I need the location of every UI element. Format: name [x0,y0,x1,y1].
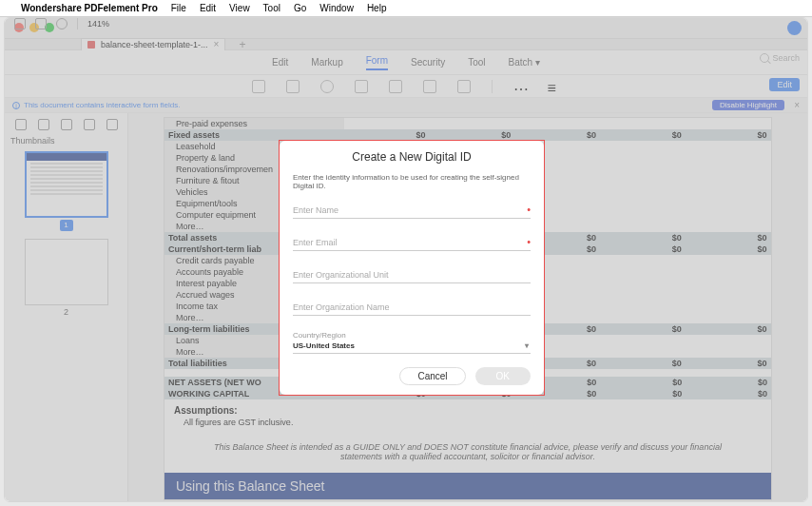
ok-button[interactable]: OK [475,367,531,385]
create-digital-id-dialog: Create a New Digital ID Enter the identi… [280,141,544,395]
modal-title: Create a New Digital ID [293,150,531,164]
app-name-title[interactable]: Wondershare PDFelement Pro [21,3,158,13]
menu-window[interactable]: Window [319,3,354,13]
menu-help[interactable]: Help [367,3,387,13]
menu-edit[interactable]: Edit [200,3,216,13]
email-field[interactable]: Enter Email [293,234,531,251]
modal-highlight-frame: Create a New Digital ID Enter the identi… [279,140,545,396]
region-select[interactable]: US-United States ▾ [293,340,531,354]
chevron-down-icon: ▾ [525,341,529,350]
app-window: 141% balance-sheet-template-1-... × + Ed… [4,17,808,502]
region-value: US-United States [293,341,355,350]
mac-menubar: Wondershare PDFelement Pro File Edit Vie… [0,0,812,17]
org-name-field[interactable]: Enter Organization Name [293,299,531,316]
name-field[interactable]: Enter Name [293,202,531,219]
menu-tool[interactable]: Tool [263,3,280,13]
cancel-button[interactable]: Cancel [399,367,465,385]
menu-view[interactable]: View [229,3,250,13]
menu-go[interactable]: Go [294,3,306,13]
modal-description: Enter the identity information to be use… [293,173,531,190]
menu-file[interactable]: File [171,3,186,13]
region-label: Country/Region [293,331,531,340]
org-unit-field[interactable]: Enter Organizational Unit [293,266,531,283]
